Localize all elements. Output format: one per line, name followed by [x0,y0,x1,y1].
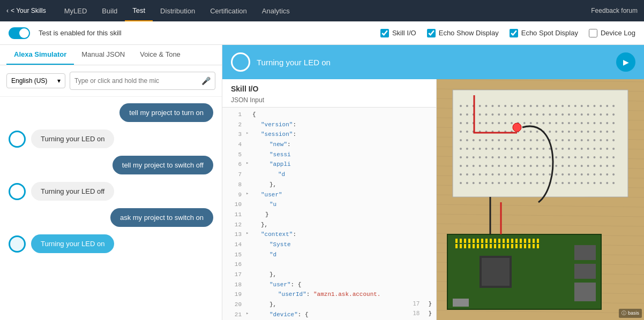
toggle-label: Test is enabled for this skill [39,29,122,37]
json-line-7: 7 "d [222,170,385,180]
branding-badge: ⓘ basis [619,309,642,318]
nav-tab-myledled[interactable]: MyLED [57,0,95,21]
right-content: Skill I/O JSON Input 1 { 2 [222,79,644,320]
json-line-1: 1 { [222,110,385,120]
alexa-message-2: Turning your LED off [9,182,114,201]
tab-manual-json[interactable]: Manual JSON [74,45,132,65]
json-line-10: 10 "u [222,200,385,210]
chat-area: tell my project to turn on Turning your … [0,97,222,320]
user-message-1: tell my project to turn on [119,103,213,122]
nav-tab-build[interactable]: Build [94,0,125,21]
alexa-bubble-2: Turning your LED off [31,182,114,201]
skill-io-checkbox-item[interactable]: Skill I/O [380,29,416,37]
circuit-canvas [437,79,644,320]
alexa-message-1: Turning your LED on [9,129,114,148]
response-header: Turning your LED on ▶ [222,45,644,79]
alexa-bubble-1: Turning your LED on [31,129,114,148]
toolbar: Test is enabled for this skill Skill I/O… [0,21,644,45]
json-line-13: 13 ▸ "context": [222,230,385,240]
tab-alexa-simulator[interactable]: Alexa Simulator [6,45,74,65]
back-arrow-icon: ‹ [6,7,9,14]
json-line-2: 2 "version": [222,120,385,130]
back-label: < Your Skills [11,7,46,14]
user-message-3: ask my project to switch on [110,208,213,227]
json-line-9: 9 ▸ "user" [222,190,385,200]
back-button[interactable]: ‹ < Your Skills [6,7,46,14]
device-log-label: Device Log [601,29,635,37]
json-line-5: 5 "sessi [222,150,385,160]
echo-show-checkbox[interactable] [427,29,436,37]
skill-io-title: Skill I/O [222,79,436,95]
language-select[interactable]: English (US) ▾ [6,73,65,88]
skill-io-checkbox[interactable] [380,29,389,37]
top-nav: ‹ < Your Skills MyLED Build Test Distrib… [0,0,644,21]
right-panel: Turning your LED on ▶ Skill I/O JSON Inp… [222,45,644,320]
echo-spot-checkbox-item[interactable]: Echo Spot Display [510,29,578,37]
tab-voice-tone[interactable]: Voice & Tone [132,45,188,65]
json-line-12: 12 }, [222,220,385,230]
display-options: Skill I/O Echo Show Display Echo Spot Di… [380,29,635,37]
test-enabled-toggle[interactable] [9,27,30,39]
json-line-4: 4 "new": [222,140,385,150]
skill-io-panel: Skill I/O JSON Input 1 { 2 [222,79,437,320]
json-line-8: 8 }, [222,180,385,190]
json-line-18: 18 "user": { [222,280,385,290]
echo-show-label: Echo Show Display [439,29,499,37]
alexa-ring-3 [9,235,26,253]
json-line-15: 15 "d [222,250,385,260]
left-panel: Alexa Simulator Manual JSON Voice & Tone… [0,45,222,320]
play-button[interactable]: ▶ [616,52,635,72]
text-input-wrap: 🎤 [70,72,215,90]
json-line-21: 21 ▸ "device": { [222,310,385,320]
user-message-2: tell my project to switch off [113,156,213,174]
main-layout: Alexa Simulator Manual JSON Voice & Tone… [0,45,644,320]
response-text: Turning your LED on [257,58,610,67]
feedback-forum-link[interactable]: Feedback forum [591,7,638,14]
play-icon: ▶ [623,58,629,66]
skill-io-subtitle: JSON Input [222,95,436,108]
nav-tab-analytics[interactable]: Analytics [254,0,297,21]
json-line-11: 11 } [222,210,385,220]
device-log-checkbox[interactable] [589,29,597,37]
echo-spot-label: Echo Spot Display [521,29,578,37]
input-area: English (US) ▾ 🎤 [0,65,222,97]
echo-spot-checkbox[interactable] [510,29,518,37]
nav-tab-test[interactable]: Test [125,0,153,21]
echo-show-checkbox-item[interactable]: Echo Show Display [427,29,499,37]
chevron-down-icon: ▾ [57,77,61,85]
nav-tab-distribution[interactable]: Distribution [153,0,203,21]
json-line-16: 16 [222,260,385,270]
sub-tabs: Alexa Simulator Manual JSON Voice & Tone [0,45,222,65]
alexa-ring-1 [9,131,26,148]
mic-icon[interactable]: 🎤 [201,77,211,85]
json-line-3: 3 ▸ "session": [222,129,385,140]
alexa-message-3: Turning your LED on [9,234,114,253]
json-area[interactable]: 1 { 2 "version": 3 ▸ [222,108,436,320]
skill-io-label: Skill I/O [392,29,416,37]
alexa-bubble-3: Turning your LED on [31,234,114,253]
skill-name: MyLED [64,7,87,15]
response-alexa-ring [231,52,250,72]
nav-tab-certification[interactable]: Certification [203,0,254,21]
json-line-17: 17 }, [222,270,385,280]
json-line-19: 19 "userId": "amzn1.ask.account. [222,289,385,300]
circuit-image-panel: ⓘ basis [437,79,644,320]
alexa-ring-2 [9,183,26,200]
json-line-20: 20 }, [222,300,385,310]
simulator-text-input[interactable] [74,77,201,85]
device-log-checkbox-item[interactable]: Device Log [589,29,635,37]
json-line-6: 6 ▸ "appli [222,159,385,170]
json-line-14: 14 "Syste [222,240,385,250]
